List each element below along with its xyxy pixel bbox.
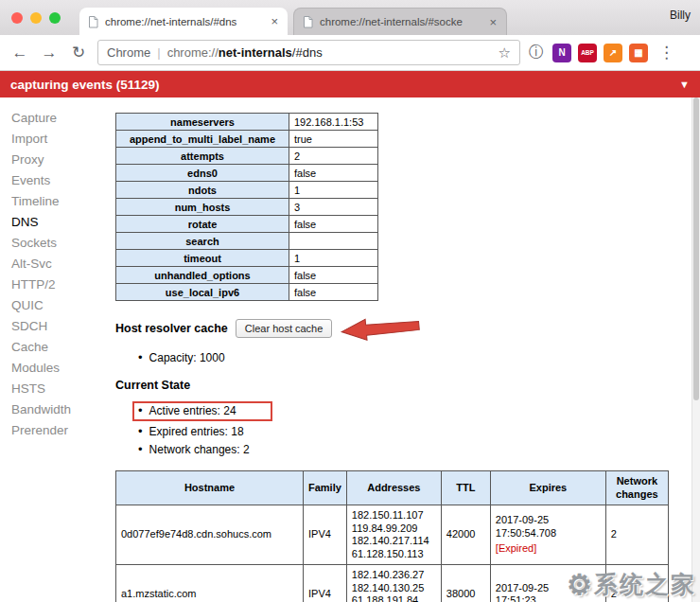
dns-config-table-body: nameservers192.168.1.1:53append_to_multi… xyxy=(116,114,378,301)
state-item: Network changes: 2 xyxy=(138,442,688,457)
cache-header: TTL xyxy=(441,471,490,505)
current-state-list: Active entries: 24Expired entries: 18Net… xyxy=(138,401,688,457)
zoom-window-button[interactable] xyxy=(49,12,61,24)
sidebar-item-dns[interactable]: DNS xyxy=(11,212,101,233)
config-row: timeout1 xyxy=(116,250,378,267)
sidebar-item-cache[interactable]: Cache xyxy=(11,337,101,358)
config-row: search xyxy=(116,233,378,250)
forward-button[interactable]: → xyxy=(39,44,60,61)
address-bar-url: chrome://net-internals/#dns xyxy=(167,45,492,60)
sidebar-item-sdch[interactable]: SDCH xyxy=(11,316,101,337)
minimize-window-button[interactable] xyxy=(30,12,42,24)
content-area: CaptureImportProxyEventsTimelineDNSSocke… xyxy=(0,97,700,602)
sidebar-item-hsts[interactable]: HSTS xyxy=(11,379,101,399)
config-key: attempts xyxy=(116,148,289,165)
vertical-scrollbar[interactable] xyxy=(691,97,700,602)
sidebar-item-proxy[interactable]: Proxy xyxy=(11,150,101,170)
tab-active[interactable]: chrome://net-internals/#dns× xyxy=(79,8,288,35)
config-row: ndots1 xyxy=(116,182,378,199)
tab-title: chrome://net-internals/#socke xyxy=(320,16,481,27)
info-icon[interactable]: ⓘ xyxy=(529,43,544,62)
capture-dropdown-caret-icon[interactable]: ▼ xyxy=(679,79,690,90)
back-button[interactable]: ← xyxy=(9,44,30,61)
url-host: net-internals xyxy=(219,45,292,60)
tab-close-icon[interactable]: × xyxy=(269,14,280,28)
url-path: /#dns xyxy=(292,45,323,60)
config-value: 192.168.1.1:53 xyxy=(289,114,378,131)
config-value xyxy=(289,233,378,250)
sidebar-item-prerender[interactable]: Prerender xyxy=(11,420,101,441)
tab-close-icon[interactable]: × xyxy=(487,15,499,29)
titlebar: chrome://net-internals/#dns×chrome://net… xyxy=(0,0,700,35)
address-bar[interactable]: Chrome | chrome://net-internals/#dns ☆ xyxy=(97,40,520,65)
config-key: nameservers xyxy=(116,114,289,131)
sidebar-item-events[interactable]: Events xyxy=(11,170,101,191)
sidebar-item-bandwidth[interactable]: Bandwidth xyxy=(11,399,101,420)
extension-icon-orange-extension-1[interactable]: ↗ xyxy=(604,44,622,62)
tab-title: chrome://net-internals/#dns xyxy=(105,16,263,27)
config-value: false xyxy=(289,267,378,284)
clear-host-cache-button[interactable]: Clear host cache xyxy=(236,319,333,338)
cache-cell-network-changes: 2 xyxy=(605,505,668,565)
page-favicon-icon xyxy=(87,15,99,28)
close-window-button[interactable] xyxy=(11,12,23,24)
config-value: true xyxy=(289,131,378,148)
sidebar: CaptureImportProxyEventsTimelineDNSSocke… xyxy=(0,97,101,602)
config-row: edns0false xyxy=(116,165,378,182)
sidebar-item-import[interactable]: Import xyxy=(11,129,101,150)
sidebar-item-http-2[interactable]: HTTP/2 xyxy=(11,274,101,295)
capacity-list: Capacity: 1000 xyxy=(138,350,688,365)
browser-window: chrome://net-internals/#dns×chrome://net… xyxy=(0,0,700,602)
capture-status-label: capturing events (51129) xyxy=(10,78,160,92)
traffic-lights xyxy=(11,12,61,24)
extension-icon-orange-extension-2[interactable]: ▦ xyxy=(629,44,648,62)
sidebar-item-timeline[interactable]: Timeline xyxy=(11,191,101,212)
sidebar-item-alt-svc[interactable]: Alt-Svc xyxy=(11,254,101,274)
cache-cell-ttl: 42000 xyxy=(441,505,490,565)
url-scheme: chrome:// xyxy=(167,45,219,60)
sidebar-item-capture[interactable]: Capture xyxy=(11,108,101,129)
cache-cell-addresses: 182.140.236.27 182.140.130.25 61.188.191… xyxy=(346,565,441,602)
config-value: 1 xyxy=(289,250,378,267)
reload-button[interactable]: ↻ xyxy=(68,44,89,61)
gear-icon: ⚙ xyxy=(567,571,592,599)
tab-inactive[interactable]: chrome://net-internals/#socke× xyxy=(293,8,507,35)
red-arrow-annotation xyxy=(339,312,422,344)
sidebar-item-modules[interactable]: Modules xyxy=(11,358,101,379)
scrollbar-thumb[interactable] xyxy=(693,97,699,400)
config-key: append_to_multi_label_name xyxy=(116,131,289,148)
watermark: ⚙ 系统之家 xyxy=(567,569,696,600)
page-favicon-icon xyxy=(302,15,314,28)
dns-cache-table-head: HostnameFamilyAddressesTTLExpiresNetwork… xyxy=(116,471,669,505)
cache-header: Family xyxy=(304,471,347,505)
config-key: timeout xyxy=(116,250,289,267)
dns-config-table: nameservers192.168.1.1:53append_to_multi… xyxy=(115,113,378,301)
config-row: use_local_ipv6false xyxy=(116,284,378,301)
watermark-text: 系统之家 xyxy=(594,569,696,600)
extension-icon-onenote-clipper[interactable]: N xyxy=(552,44,571,62)
cache-cell-family: IPV4 xyxy=(304,505,347,565)
sidebar-item-sockets[interactable]: Sockets xyxy=(11,233,101,254)
config-value: false xyxy=(289,165,378,182)
host-resolver-heading: Host resolver cache xyxy=(115,322,228,335)
cache-cell-hostname: a1.mzstatic.com xyxy=(116,565,304,602)
cache-cell-addresses: 182.150.11.107 119.84.99.209 182.140.217… xyxy=(346,505,441,565)
state-item: Expired entries: 18 xyxy=(138,424,688,439)
browser-menu-icon[interactable]: ⋮ xyxy=(658,43,674,62)
extension-icon-adblock-plus[interactable]: ABP xyxy=(578,44,597,62)
red-arrow-icon xyxy=(339,312,422,344)
address-bar-separator: | xyxy=(157,45,160,60)
config-key: search xyxy=(116,233,289,250)
config-row: rotatefalse xyxy=(116,216,378,233)
sidebar-item-quic[interactable]: QUIC xyxy=(11,295,101,316)
cache-row: 0d077ef9e74d8.cdn.sohucs.comIPV4182.150.… xyxy=(116,505,669,565)
capacity-text: Capacity: 1000 xyxy=(149,351,225,364)
config-key: rotate xyxy=(116,216,289,233)
address-bar-prefix: Chrome xyxy=(107,45,150,60)
cache-header: Expires xyxy=(490,471,605,505)
cache-header: Addresses xyxy=(346,471,441,505)
config-value: 1 xyxy=(289,182,378,199)
bookmark-star-icon[interactable]: ☆ xyxy=(499,44,511,62)
config-value: false xyxy=(289,284,378,301)
user-label: Billy xyxy=(670,9,691,22)
